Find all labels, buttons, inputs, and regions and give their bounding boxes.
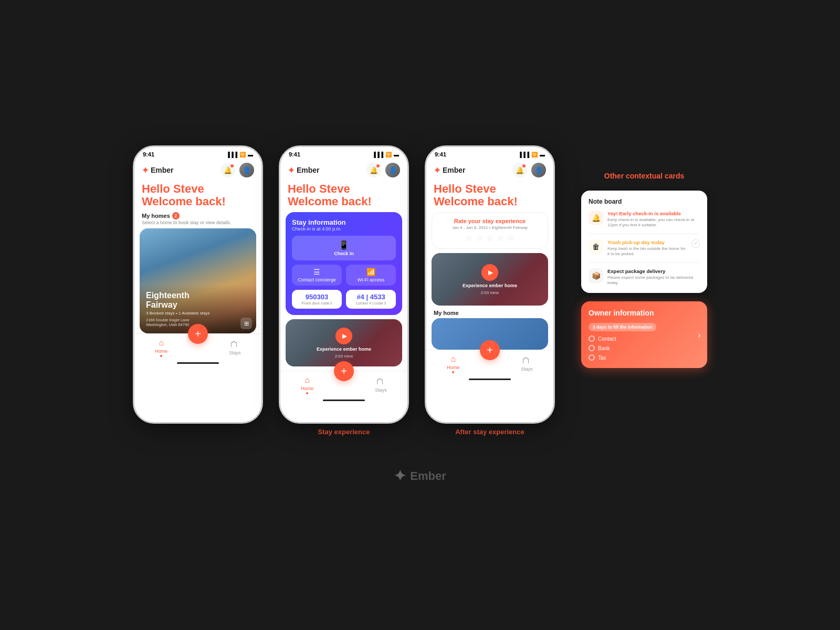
stay-card-title: Stay information [292, 218, 396, 226]
note-text-2: Please expect some packages to be delive… [607, 275, 700, 286]
nav-stays-3[interactable]: ⛫ Stays [521, 356, 533, 372]
star-1[interactable]: ☆ [465, 233, 472, 243]
home-name: Eighteenth Fairway [146, 291, 250, 309]
concierge-action[interactable]: ☰ Contact concierge [292, 265, 342, 286]
rate-card[interactable]: Rate your stay experience Jan 4 - Jan 8,… [432, 212, 548, 249]
main-container: 9:41 ▐▐▐ 🛜 ▬ ✦ Ember 🔔 [0, 124, 840, 506]
owner-items: Contact Bank Tax [589, 335, 700, 361]
app-header-1: ✦ Ember 🔔 👤 [134, 160, 261, 181]
concierge-icon: ☰ [313, 268, 320, 276]
battery-icon-2: ▬ [394, 152, 399, 158]
user-avatar-3[interactable]: 👤 [531, 163, 546, 177]
header-right-3: 🔔 👤 [512, 163, 546, 177]
panel-title: Other contextual cards [581, 172, 707, 180]
note-item-0: 🔔 Yay! Early check-in is available Early… [589, 211, 700, 234]
note-text-0: Early check-in is available, you can che… [607, 217, 700, 228]
fab-button-1[interactable]: + [188, 324, 208, 344]
ember-logo-2: ✦ Ember [288, 165, 320, 175]
stays-icon-1: ⛫ [230, 340, 239, 349]
video-card-3[interactable]: ▶ Experience ember home 2:03 mins [432, 253, 548, 306]
play-button-3[interactable]: ▶ [481, 264, 498, 281]
owner-radio-bank[interactable] [589, 345, 595, 351]
greeting-hello-1: Hello Steve [142, 183, 254, 195]
home-icon-1: ⌂ [159, 338, 164, 348]
fab-button-2[interactable]: + [334, 361, 354, 381]
nav-home-3[interactable]: ⌂ Home [447, 354, 459, 373]
battery-icon: ▬ [248, 152, 253, 158]
door-code-value: 950303 [296, 293, 338, 301]
owner-item-label-contact: Contact [598, 336, 616, 342]
note-content-2: Expect package delivery Please expect so… [607, 268, 700, 286]
stay-actions: ☰ Contact concierge 📶 Wi-Fi access [292, 265, 396, 286]
wifi-action-icon: 📶 [366, 268, 375, 276]
notification-button-2[interactable]: 🔔 [366, 163, 381, 177]
play-button-2[interactable]: ▶ [335, 328, 352, 344]
owner-radio-tax[interactable] [589, 354, 595, 361]
greeting-sub-1: Welcome back! [142, 195, 254, 208]
homes-subtitle: Select a home to book stay or view detai… [134, 219, 261, 228]
home-icon-3: ⌂ [450, 354, 456, 364]
active-dot-1 [160, 355, 162, 357]
checkin-button[interactable]: 📱 Check in [292, 236, 396, 260]
video-overlay-3: ▶ Experience ember home 2:03 mins [432, 253, 548, 306]
owner-item-bank[interactable]: Bank [589, 345, 700, 351]
home-indicator-1 [177, 362, 219, 364]
owner-item-contact[interactable]: Contact [589, 335, 700, 342]
locker-code-box[interactable]: #4 | 4533 Locker # | codeℹ [346, 290, 396, 309]
nav-home-1[interactable]: ⌂ Home [155, 338, 167, 357]
phone3-col: 9:41 ▐▐▐ 🛜 ▬ ✦ Ember 🔔 [425, 145, 555, 436]
note-board: Note board 🔔 Yay! Early check-in is avai… [581, 191, 707, 293]
video-duration-2: 2:03 mins [335, 354, 353, 359]
note-title-2: Expect package delivery [607, 268, 700, 274]
home-stats: 3 Booked stays • 1 Available stays [146, 311, 250, 316]
note-board-title: Note board [589, 198, 700, 205]
notification-button-1[interactable]: 🔔 [220, 163, 235, 177]
ember-logo-icon-1: ✦ [142, 165, 149, 175]
star-3[interactable]: ☆ [486, 233, 494, 243]
user-avatar-1[interactable]: 👤 [239, 163, 254, 177]
status-bar-3: 9:41 ▐▐▐ 🛜 ▬ [426, 147, 553, 160]
locker-code-value: #4 | 4533 [350, 293, 392, 301]
note-title-0: Yay! Early check-in is available [607, 211, 700, 216]
phone1: 9:41 ▐▐▐ 🛜 ▬ ✦ Ember 🔔 [133, 145, 263, 424]
owner-item-tax[interactable]: Tax [589, 354, 700, 361]
note-check-1[interactable]: ✓ [691, 239, 700, 248]
checkin-icon: 📱 [339, 240, 349, 250]
star-4[interactable]: ☆ [497, 233, 504, 243]
greeting-hello-3: Hello Steve [434, 183, 546, 195]
door-code-box[interactable]: 950303 Front door codeℹ [292, 290, 342, 309]
bottom-nav-1: + ⌂ Home ⛫ Stays [134, 333, 261, 360]
star-5[interactable]: ☆ [507, 233, 514, 243]
note-icon-1: 🗑 [589, 239, 603, 254]
notification-button-3[interactable]: 🔔 [512, 163, 527, 177]
star-rating[interactable]: ☆ ☆ ☆ ☆ ☆ [437, 233, 542, 243]
star-2[interactable]: ☆ [476, 233, 483, 243]
phone2-label: Stay experience [318, 428, 370, 436]
locker-code-label: Locker # | codeℹ [350, 301, 392, 306]
home-card-action-icon[interactable]: ⊞ [240, 318, 252, 329]
owner-card[interactable]: Owner information 3 days to fill the inf… [581, 301, 707, 368]
owner-radio-contact[interactable] [589, 335, 595, 342]
battery-icon-3: ▬ [540, 152, 545, 158]
greeting-sub-3: Welcome back! [434, 195, 546, 208]
home-card[interactable]: Eighteenth Fairway 3 Booked stays • 1 Av… [140, 228, 256, 333]
status-bar-1: 9:41 ▐▐▐ 🛜 ▬ [134, 147, 261, 160]
video-card-2[interactable]: ▶ Experience ember home 2:03 mins [286, 319, 402, 366]
header-right-1: 🔔 👤 [220, 163, 254, 177]
home-icon-2: ⌂ [304, 375, 310, 385]
notification-dot-2 [376, 164, 380, 168]
fab-button-3[interactable]: + [480, 340, 500, 360]
nav-stays-1[interactable]: ⛫ Stays [229, 340, 241, 355]
code-boxes: 950303 Front door codeℹ #4 | 4533 Locker… [292, 290, 396, 309]
owner-arrow-icon[interactable]: › [698, 329, 701, 340]
wifi-action[interactable]: 📶 Wi-Fi access [346, 265, 396, 286]
nav-home-2[interactable]: ⌂ Home [301, 375, 313, 394]
greeting-1: Hello Steve Welcome back! [134, 181, 261, 212]
footer-logo-icon: ✦ [394, 467, 406, 485]
stay-info-card[interactable]: Stay information Check-in is at 4:00 p.m… [286, 212, 402, 315]
nav-stays-2[interactable]: ⛫ Stays [375, 377, 387, 393]
wifi-icon-3: 🛜 [531, 152, 538, 158]
user-avatar-2[interactable]: 👤 [385, 163, 400, 177]
greeting-sub-2: Welcome back! [288, 195, 400, 208]
footer-logo-text: Ember [410, 469, 446, 483]
